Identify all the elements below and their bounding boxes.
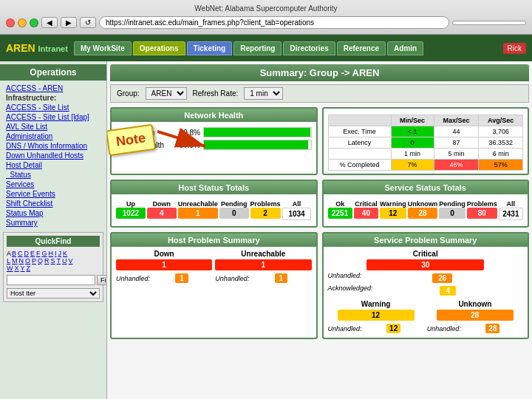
svc-ok-val: 2251 xyxy=(328,208,352,219)
quickfind-input[interactable] xyxy=(7,275,95,285)
host-down-cell: Down 4 xyxy=(147,200,177,220)
top-panels-row: Network Health Host Health 99.8% Service… xyxy=(110,107,529,175)
tab-my-worksite[interactable]: My WorkSite xyxy=(74,41,132,55)
search-bar[interactable] xyxy=(452,21,526,25)
service-problem-body: Critical 30 Unhandled: 26 Acknowledged: … xyxy=(324,247,528,338)
network-health-title: Network Health xyxy=(112,109,316,122)
svc-pending-val: 0 xyxy=(439,208,466,219)
sidebar-link-services[interactable]: Services xyxy=(0,180,106,189)
network-health-panel: Network Health Host Health 99.8% Service… xyxy=(110,107,318,175)
sidebar-link-host-detail[interactable]: Host Detail xyxy=(0,160,106,170)
problem-panels-row: Host Problem Summary Down 1 Unhandled: 1 xyxy=(110,232,529,339)
service-unknown-label: Unknown xyxy=(427,300,523,308)
host-down-label: Down xyxy=(147,200,177,208)
svc-all-val: 2431 xyxy=(499,208,523,220)
exec-time-panel: Min/Sec Max/Sec Avg/Sec Exec. Time < 1 4… xyxy=(322,107,530,175)
back-button[interactable]: ◀ xyxy=(41,17,58,28)
host-health-bar xyxy=(203,127,312,137)
refresh-select[interactable]: 1 min 5 min xyxy=(244,87,283,100)
service-warning-unhandled-val: 12 xyxy=(386,324,400,333)
group-bar: Group: AREN Refresh Rate: 1 min 5 min xyxy=(110,84,529,103)
host-unreachable-cell: Unreachable 1 xyxy=(178,200,218,220)
reload-button[interactable]: ↺ xyxy=(80,17,96,28)
host-down-col: Down 1 Unhandled: 1 xyxy=(116,250,212,284)
group-label: Group: xyxy=(117,89,140,98)
host-pending-label: Pending xyxy=(219,200,249,208)
service-problem-panel: Service Problem Summary Critical 30 Unha… xyxy=(322,232,530,339)
group-select[interactable]: AREN xyxy=(146,87,187,100)
sidebar-link-status-map[interactable]: Status Map xyxy=(0,208,106,218)
browser-chrome: WebNet: Alabama Supercomputer Authority … xyxy=(0,0,532,35)
alpha-links-row1: A B C D E F G H I J K xyxy=(7,250,100,257)
host-down-unhandled-label: Unhandled: xyxy=(116,275,150,282)
host-health-row: Host Health 99.8% xyxy=(116,127,312,137)
minimize-btn[interactable] xyxy=(18,18,27,27)
service-health-fill xyxy=(204,140,308,149)
svc-all-cell: All 2431 xyxy=(499,200,523,220)
svc-warning-val: 12 xyxy=(380,208,406,219)
host-unreachable-unhandled-label: Unhandled: xyxy=(215,275,249,282)
sidebar-section-infra: Infrastructure: xyxy=(0,93,106,103)
quickfind: QuickFind A B C D E F G H I J K L M N O … xyxy=(3,232,103,302)
page-title: WebNet: Alabama Supercomputer Authority xyxy=(194,4,337,13)
quickfind-input-area: Find xyxy=(7,275,100,285)
host-problems-label: Problems xyxy=(250,200,281,208)
host-down-col-title: Down xyxy=(116,250,212,258)
exec-table: Min/Sec Max/Sec Avg/Sec Exec. Time < 1 4… xyxy=(328,115,524,171)
tab-operations[interactable]: Operations xyxy=(133,41,185,55)
service-critical-unhandled-val: 26 xyxy=(432,273,452,283)
service-critical-sub: Unhandled: 26 xyxy=(328,272,524,284)
forward-button[interactable]: ▶ xyxy=(61,17,77,28)
network-health-body: Host Health 99.8% Service Health 97.9% xyxy=(112,122,316,155)
host-unreachable-val: 1 xyxy=(178,208,218,219)
sidebar-link-access-aren[interactable]: ACCESS - AREN xyxy=(0,83,106,93)
host-all-cell: All 1034 xyxy=(282,200,312,220)
svc-critical-cell: Critical 40 xyxy=(354,200,378,220)
completed-row: % Completed 7% 46% 57% xyxy=(328,160,523,171)
alpha-links-row3: W X Y Z xyxy=(7,265,100,272)
svc-ok-cell: Ok 2251 xyxy=(328,200,352,220)
sidebar-link-access-site-ldap[interactable]: ACCESS - Site List [ldap] xyxy=(0,112,106,122)
address-bar[interactable]: https://intranet.asc.edu/main_frames.php… xyxy=(99,16,449,29)
host-pending-cell: Pending 0 xyxy=(219,200,249,220)
sidebar-link-summary[interactable]: Summary xyxy=(0,218,106,228)
sidebar-link-status[interactable]: Status xyxy=(0,170,106,180)
sidebar-link-shift[interactable]: Shift Checklist xyxy=(0,199,106,208)
logo-intranet: Intranet xyxy=(38,44,68,53)
host-all-label: All xyxy=(282,200,312,208)
service-warning-label: Warning xyxy=(328,300,424,308)
maximize-btn[interactable] xyxy=(30,18,38,27)
service-critical-label: Critical xyxy=(328,250,524,258)
latency-row: Latency 0 87 36.3532 xyxy=(328,137,523,149)
sidebar-link-avl[interactable]: AVL Site List xyxy=(0,122,106,132)
quickfind-title: QuickFind xyxy=(7,236,100,247)
tab-ticketing[interactable]: Ticketing xyxy=(187,41,233,55)
content-area: Note Summary: Group -> AREN Group: xyxy=(107,61,532,399)
service-health-row: Service Health 97.9% xyxy=(116,140,312,150)
tab-reference[interactable]: Reference xyxy=(337,41,386,55)
sidebar-link-access-site[interactable]: ACCESS - Site List xyxy=(0,103,106,112)
service-critical-ack: Acknowledged: 4 xyxy=(328,284,524,297)
service-status-panel: Service Status Totals Ok 2251 Critical 4… xyxy=(322,180,530,228)
host-problems-cell: Problems 2 xyxy=(250,200,281,220)
host-pending-val: 0 xyxy=(219,208,249,219)
host-problems-val: 2 xyxy=(250,208,281,219)
tab-reporting[interactable]: Reporting xyxy=(233,41,282,55)
col-header-min: Min/Sec xyxy=(391,115,434,126)
host-down-bar: 1 xyxy=(116,259,212,270)
tab-directories[interactable]: Directories xyxy=(283,41,335,55)
tab-admin[interactable]: Admin xyxy=(387,41,423,55)
sidebar-link-dns[interactable]: DNS / Whois Information xyxy=(0,141,106,151)
close-btn[interactable] xyxy=(6,18,15,27)
sidebar-link-service-events[interactable]: Service Events xyxy=(0,189,106,199)
quickfind-dropdown[interactable]: Host Iter xyxy=(7,288,100,299)
host-health-pct: 99.8% xyxy=(178,129,200,137)
browser-toolbar: ◀ ▶ ↺ https://intranet.asc.edu/main_fram… xyxy=(3,14,529,31)
host-problem-cols: Down 1 Unhandled: 1 Unreachable 1 Unhan xyxy=(116,250,312,284)
sidebar-link-admin[interactable]: Administration xyxy=(0,132,106,141)
host-health-fill xyxy=(204,128,310,137)
service-warning-section: Warning 12 Unhandled: 12 xyxy=(328,300,424,335)
quickfind-button[interactable]: Find xyxy=(97,275,107,285)
sidebar-link-down-hosts[interactable]: Down Unhandled Hosts xyxy=(0,151,106,160)
service-critical-section: Critical 30 Unhandled: 26 Acknowledged: … xyxy=(328,250,524,297)
